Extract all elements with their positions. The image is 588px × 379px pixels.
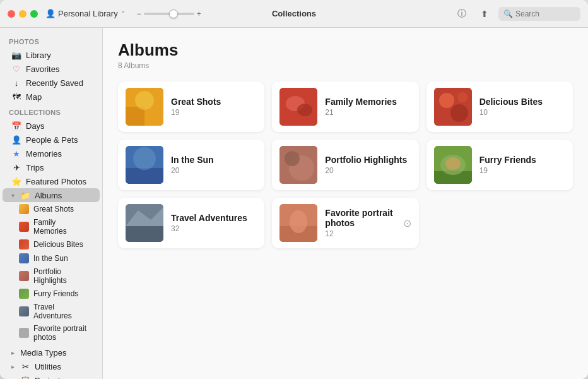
sidebar-label-albums: Albums [35, 191, 62, 200]
library-picker[interactable]: 👤 Personal Library ⌃ [45, 9, 126, 18]
travel-adventures-thumbnail [126, 204, 163, 242]
sidebar-item-people-pets[interactable]: 👤 People & Pets [3, 133, 100, 147]
album-card-great-shots[interactable]: Great Shots 19 [118, 81, 264, 132]
delicious-bites-count: 10 [479, 108, 565, 117]
family-memories-info: Family Memories 21 [325, 97, 411, 117]
favorite-portrait-action-icon[interactable]: ⊙ [403, 217, 411, 229]
svg-rect-6 [434, 88, 472, 126]
sidebar-item-family-memories[interactable]: Family Memories [3, 216, 100, 238]
sidebar-item-library[interactable]: 📷 Library [3, 48, 100, 62]
maximize-button[interactable] [30, 10, 38, 18]
sidebar-item-furry-friends[interactable]: Furry Friends [3, 287, 100, 301]
album-card-travel-adventures[interactable]: Travel Adventures 32 [118, 198, 264, 248]
sidebar-item-favorites[interactable]: ♡ Favorites [3, 62, 100, 76]
titlebar-right: ⓘ ⬆ 🔍 [313, 5, 580, 23]
sidebar-label-great-shots: Great Shots [33, 205, 74, 214]
sidebar-item-projects[interactable]: ▸ 📋 Projects [3, 373, 100, 379]
favorites-icon: ♡ [11, 64, 21, 74]
memories-icon: ★ [11, 148, 21, 159]
sidebar: Photos 📷 Library ♡ Favorites ↓ Recently … [0, 28, 103, 379]
travel-adventures-count: 32 [171, 224, 257, 233]
sidebar-item-utilities[interactable]: ▸ ✂ Utilities [3, 359, 100, 373]
close-button[interactable] [8, 10, 15, 18]
window-title: Collections [272, 9, 316, 18]
family-memories-name: Family Memories [325, 97, 411, 107]
recently-saved-icon: ↓ [11, 78, 21, 88]
sidebar-label-favorite-portrait: Favorite portrait photos [33, 324, 91, 342]
zoom-slider[interactable] [144, 13, 194, 15]
sidebar-item-favorite-portrait[interactable]: Favorite portrait photos [3, 322, 100, 344]
minimize-button[interactable] [19, 10, 26, 18]
svg-point-15 [285, 151, 300, 166]
sidebar-label-people-pets: People & Pets [26, 135, 78, 145]
sidebar-label-map: Map [26, 92, 42, 102]
great-shots-count: 19 [171, 108, 257, 117]
sidebar-item-great-shots[interactable]: Great Shots [3, 202, 100, 216]
projects-chevron-icon: ▸ [11, 377, 15, 380]
great-shots-info: Great Shots 19 [171, 97, 257, 117]
zoom-slider-container: − + [137, 9, 201, 18]
album-card-furry-friends[interactable]: Furry Friends 19 [426, 140, 573, 190]
sidebar-label-portfolio-highlights: Portfolio Highlights [33, 267, 91, 285]
album-card-in-the-sun[interactable]: In the Sun 20 [118, 140, 264, 190]
featured-photos-icon: ⭐ [11, 176, 21, 186]
svg-point-2 [135, 91, 154, 110]
in-the-sun-count: 20 [171, 166, 257, 175]
app-window: 👤 Personal Library ⌃ − + Collections ⓘ ⬆… [0, 0, 588, 379]
sidebar-item-media-types[interactable]: ▸ Media Types [3, 346, 100, 359]
sidebar-item-in-the-sun[interactable]: In the Sun [3, 251, 100, 265]
great-shots-thumbnail [126, 88, 163, 126]
search-icon: 🔍 [503, 9, 513, 18]
albums-grid: Great Shots 19 Family Memories [118, 81, 573, 248]
sidebar-item-memories[interactable]: ★ Memories [3, 147, 100, 160]
sidebar-label-favorites: Favorites [26, 64, 59, 74]
sidebar-label-recently-saved: Recently Saved [26, 78, 83, 88]
sidebar-label-travel-adventures: Travel Adventures [33, 303, 91, 320]
sidebar-item-portfolio-highlights[interactable]: Portfolio Highlights [3, 265, 100, 287]
sidebar-label-delicious-bites: Delicious Bites [33, 240, 83, 249]
sidebar-item-albums[interactable]: ▾ 📁 Albums [3, 188, 100, 202]
album-card-portfolio-highlights[interactable]: Portfolio Highlights 20 [272, 140, 418, 190]
sidebar-item-days[interactable]: 📅 Days [3, 119, 100, 133]
utilities-chevron-icon: ▸ [11, 363, 15, 370]
album-card-favorite-portrait[interactable]: Favorite portrait photos 12 ⊙ [272, 198, 418, 248]
furry-friends-thumb [19, 289, 29, 299]
sidebar-item-delicious-bites[interactable]: Delicious Bites [3, 238, 100, 251]
search-input[interactable] [515, 9, 572, 18]
furry-friends-name: Furry Friends [479, 155, 565, 165]
people-pets-icon: 👤 [11, 135, 21, 145]
travel-adventures-info: Travel Adventures 32 [171, 213, 257, 233]
delicious-bites-info: Delicious Bites 10 [479, 97, 565, 117]
sidebar-item-map[interactable]: 🗺 Map [3, 90, 100, 104]
svg-rect-1 [126, 107, 144, 126]
sidebar-label-in-the-sun: In the Sun [33, 254, 68, 263]
sidebar-item-featured-photos[interactable]: ⭐ Featured Photos [3, 174, 100, 188]
library-label: Personal Library [58, 9, 118, 18]
svg-rect-11 [126, 168, 163, 184]
sidebar-label-family-memories: Family Memories [33, 218, 91, 236]
sidebar-item-trips[interactable]: ✈ Trips [3, 160, 100, 174]
days-icon: 📅 [11, 121, 21, 131]
delicious-bites-thumb [19, 239, 29, 250]
travel-adventures-name: Travel Adventures [171, 213, 257, 223]
search-box[interactable]: 🔍 [498, 7, 580, 21]
in-the-sun-info: In the Sun 20 [171, 155, 257, 175]
share-button[interactable]: ⬆ [476, 5, 493, 23]
sidebar-item-recently-saved[interactable]: ↓ Recently Saved [3, 76, 100, 90]
info-button[interactable]: ⓘ [453, 5, 471, 23]
sidebar-label-featured-photos: Featured Photos [26, 177, 86, 186]
album-card-delicious-bites[interactable]: Delicious Bites 10 [426, 81, 573, 132]
album-card-family-memories[interactable]: Family Memories 21 [272, 81, 418, 132]
traffic-lights [8, 10, 38, 18]
portfolio-highlights-thumb [19, 271, 29, 281]
favorite-portrait-thumb [19, 328, 29, 338]
furry-friends-count: 19 [479, 166, 565, 175]
sidebar-item-travel-adventures[interactable]: Travel Adventures [3, 301, 100, 322]
albums-icon: 📁 [20, 190, 30, 200]
sidebar-label-memories: Memories [26, 149, 62, 159]
furry-friends-thumbnail [434, 146, 472, 184]
sidebar-label-media-types: Media Types [20, 348, 66, 358]
svg-point-7 [439, 93, 454, 108]
library-icon: 📷 [11, 50, 21, 60]
in-the-sun-thumb [19, 253, 29, 263]
